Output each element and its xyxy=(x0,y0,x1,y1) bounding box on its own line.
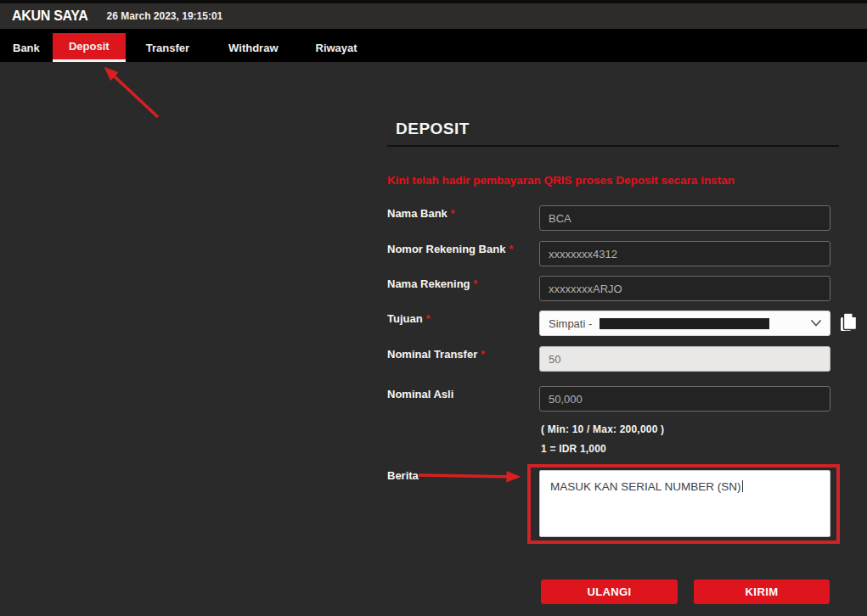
nama-rekening-input[interactable] xyxy=(539,276,830,301)
nominal-asli-label: Nominal Asli xyxy=(387,388,453,400)
deposit-page: AKUN SAYA 26 March 2023, 19:15:01 Bank D… xyxy=(0,0,867,616)
nominal-transfer-input[interactable] xyxy=(539,346,830,372)
tab-bank[interactable]: Bank xyxy=(0,33,53,62)
arrow-to-deposit-tab-icon xyxy=(92,61,168,122)
berita-label: Berita xyxy=(387,469,419,482)
tujuan-label: Tujuan* xyxy=(387,312,430,325)
tab-deposit[interactable]: Deposit xyxy=(53,33,126,62)
form-heading: DEPOSIT xyxy=(396,120,470,138)
text-caret xyxy=(742,480,743,492)
required-asterisk: * xyxy=(481,349,485,361)
required-asterisk: * xyxy=(509,244,513,255)
nama-bank-input[interactable] xyxy=(539,205,830,231)
nomor-rekening-bank-input[interactable] xyxy=(539,241,830,266)
tujuan-select[interactable]: Simpati - xyxy=(539,311,830,336)
account-header: AKUN SAYA 26 March 2023, 19:15:01 xyxy=(0,3,867,29)
required-asterisk: * xyxy=(474,278,478,290)
datetime-label: 26 March 2023, 19:15:01 xyxy=(106,10,222,22)
tab-bank-label: Bank xyxy=(13,42,40,54)
min-max-note: ( Min: 10 / Max: 200,000 ) xyxy=(541,423,664,435)
tab-transfer-label: Transfer xyxy=(146,42,189,54)
main-nav: Bank Deposit Transfer Withdraw Riwayat xyxy=(0,29,867,62)
page-title: AKUN SAYA xyxy=(12,8,87,24)
berita-value: MASUK KAN SERIAL NUMBER (SN) xyxy=(550,480,741,493)
required-asterisk: * xyxy=(426,313,431,325)
tab-riwayat[interactable]: Riwayat xyxy=(297,33,376,62)
tab-withdraw-label: Withdraw xyxy=(228,42,278,54)
rate-note: 1 = IDR 1,000 xyxy=(541,443,606,455)
qris-notice: Kini telah hadir pembayaran QRIS proses … xyxy=(387,174,829,187)
tujuan-selected-value: Simpati - xyxy=(549,317,595,330)
arrow-to-berita-field-icon xyxy=(418,468,533,485)
nomor-rekening-bank-label: Nomor Rekening Bank* xyxy=(387,243,513,255)
nama-rekening-label: Nama Rekening* xyxy=(387,277,477,290)
ulangi-button[interactable]: ULANGI xyxy=(541,580,678,604)
tab-withdraw[interactable]: Withdraw xyxy=(210,33,296,62)
required-asterisk: * xyxy=(451,208,455,220)
tab-riwayat-label: Riwayat xyxy=(316,42,357,54)
heading-divider xyxy=(387,145,839,147)
kirim-button[interactable]: KIRIM xyxy=(694,580,830,604)
nominal-transfer-label: Nominal Transfer* xyxy=(387,348,485,361)
berita-textarea[interactable]: MASUK KAN SERIAL NUMBER (SN) xyxy=(539,470,830,537)
nama-bank-label: Nama Bank* xyxy=(387,207,454,220)
redacted-value-bar xyxy=(600,318,769,329)
nominal-asli-input[interactable] xyxy=(539,386,830,412)
tab-deposit-label: Deposit xyxy=(69,40,110,53)
copy-icon[interactable] xyxy=(838,311,859,333)
chevron-down-icon xyxy=(811,320,821,327)
tab-transfer[interactable]: Transfer xyxy=(126,33,210,62)
